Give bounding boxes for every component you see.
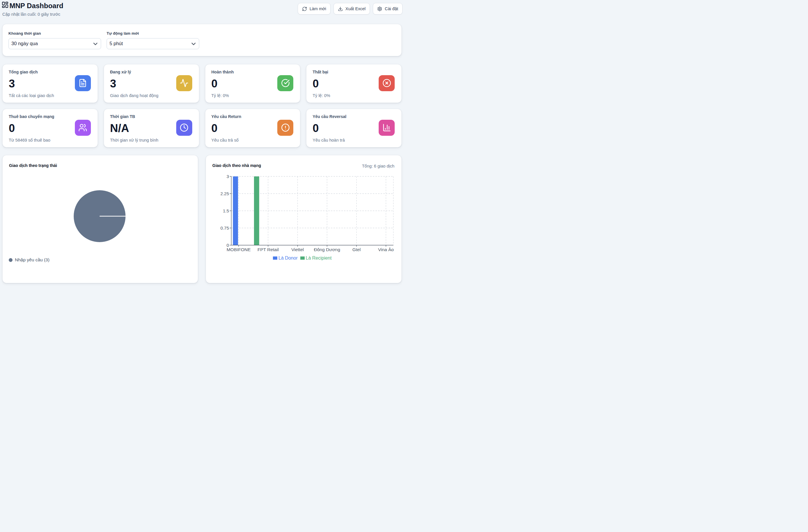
svg-text:Gtel: Gtel bbox=[352, 247, 361, 252]
svg-text:Là Donor: Là Donor bbox=[278, 256, 298, 260]
svg-text:FPT Retail: FPT Retail bbox=[257, 247, 279, 252]
svg-text:MOBIFONE: MOBIFONE bbox=[226, 247, 251, 252]
svg-text:Đông Dương: Đông Dương bbox=[314, 247, 340, 252]
svg-text:1.5: 1.5 bbox=[223, 208, 229, 213]
svg-text:3: 3 bbox=[226, 174, 229, 179]
svg-text:Viettel: Viettel bbox=[291, 247, 304, 252]
svg-text:Là Recipient: Là Recipient bbox=[306, 256, 332, 260]
svg-text:0.75: 0.75 bbox=[220, 225, 229, 231]
svg-text:Vina Ảo: Vina Ảo bbox=[378, 247, 394, 252]
svg-text:2.25: 2.25 bbox=[220, 191, 229, 196]
